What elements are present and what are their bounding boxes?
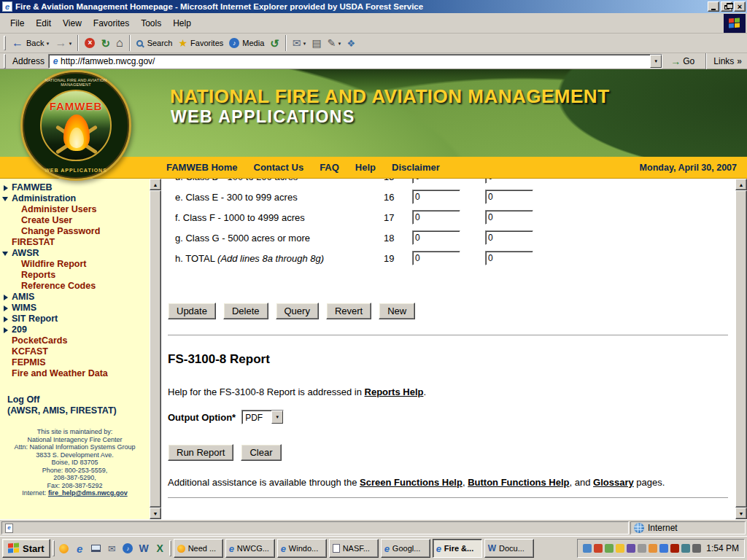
print-button[interactable]: ▤ <box>309 36 325 50</box>
tray-icon-3[interactable] <box>605 544 614 553</box>
tray-icon-2[interactable] <box>594 544 603 553</box>
tray-icon-6[interactable] <box>638 544 646 553</box>
main-scrollbar[interactable]: ▲ ▼ <box>735 179 747 519</box>
output-option-select[interactable]: PDF ▼ <box>241 410 284 424</box>
nav-famweb-home[interactable]: FAMWEB Home <box>166 162 238 173</box>
tray-icon-1[interactable] <box>583 544 592 553</box>
quicklaunch-ie-icon[interactable]: e <box>73 540 87 556</box>
select-dropdown-button[interactable]: ▼ <box>271 411 283 424</box>
taskbar-window-need[interactable]: Need ... <box>174 539 223 558</box>
quicklaunch-grip[interactable] <box>53 540 55 556</box>
sidebar-item-administration[interactable]: Administration <box>0 193 150 204</box>
reports-help-link[interactable]: Reports Help <box>365 386 424 397</box>
sidebar-item-sit-report[interactable]: SIT Report <box>0 314 150 324</box>
sidebar-item-change-password[interactable]: Change Password <box>0 226 150 237</box>
go-button[interactable]: → Go <box>666 55 699 68</box>
home-button[interactable]: ⌂ <box>113 36 126 50</box>
tray-icon-11[interactable] <box>692 544 701 553</box>
menu-view[interactable]: View <box>57 15 88 31</box>
menu-help[interactable]: Help <box>167 15 197 31</box>
sidebar-item-fepmis[interactable]: FEPMIS <box>0 357 150 368</box>
scrollbar-thumb[interactable] <box>150 190 161 508</box>
toolbar-grip[interactable] <box>4 36 6 50</box>
taskbar-window-fire-active[interactable]: eFire &... <box>433 539 482 558</box>
sidebar-item-firestat[interactable]: FIRESTAT <box>0 237 150 248</box>
glossary-link[interactable]: Glossary <box>593 477 634 488</box>
scroll-up-button[interactable]: ▲ <box>150 179 161 190</box>
fire-help-email-link[interactable]: fire_help@dms.nwcg.gov <box>48 489 128 497</box>
sidebar-item-fire-and-weather-data[interactable]: Fire and Weather Data <box>0 368 150 379</box>
tray-icon-8[interactable] <box>659 544 668 553</box>
sidebar-item-reports[interactable]: Reports <box>0 270 150 281</box>
taskband-grip[interactable] <box>169 540 171 556</box>
sidebar-item-pocketcards[interactable]: PocketCards <box>0 335 150 346</box>
restore-button[interactable] <box>721 1 732 12</box>
menu-edit[interactable]: Edit <box>30 15 57 31</box>
taskbar-window-google[interactable]: eGoogl... <box>381 539 430 558</box>
nav-disclaimer[interactable]: Disclaimer <box>392 162 440 173</box>
minimize-button[interactable] <box>708 1 719 12</box>
sidebar-item-209[interactable]: 209 <box>0 324 150 335</box>
scrollbar-thumb[interactable] <box>735 190 747 508</box>
value1-input[interactable] <box>412 230 460 245</box>
refresh-button[interactable]: ↻ <box>98 36 113 50</box>
value1-input[interactable] <box>412 179 460 184</box>
value1-input[interactable] <box>412 210 460 225</box>
scrollbar-track[interactable] <box>150 190 161 508</box>
menu-file[interactable]: File <box>4 15 30 31</box>
sidebar-item-kcfast[interactable]: KCFAST <box>0 346 150 357</box>
forward-history-dropdown[interactable]: ▼ <box>68 42 72 46</box>
button-functions-help-link[interactable]: Button Functions Help <box>468 477 569 488</box>
scrollbar-track[interactable] <box>735 190 747 508</box>
address-dropdown-button[interactable]: ▼ <box>650 55 662 68</box>
start-button[interactable]: Start <box>2 539 50 558</box>
delete-button[interactable]: Delete <box>223 303 268 319</box>
value1-input[interactable] <box>412 251 460 265</box>
sidebar-scrollbar[interactable]: ▲ ▼ <box>150 179 161 519</box>
revert-button[interactable]: Revert <box>326 303 371 319</box>
forward-button[interactable]: → <box>52 36 69 50</box>
nav-help[interactable]: Help <box>355 162 376 173</box>
tray-icon-9[interactable] <box>670 544 679 553</box>
tray-icon-10[interactable] <box>681 544 690 553</box>
discuss-button[interactable]: ❖ <box>344 37 358 50</box>
menu-favorites[interactable]: Favorites <box>88 15 135 31</box>
nav-faq[interactable]: FAQ <box>320 162 339 173</box>
history-button[interactable]: ↺ <box>267 36 282 50</box>
quicklaunch-mail-icon[interactable]: ✉ <box>105 540 119 556</box>
query-button[interactable]: Query <box>276 303 319 319</box>
log-off-link[interactable]: Log Off <box>7 394 150 405</box>
scroll-up-button[interactable]: ▲ <box>735 179 747 190</box>
menu-tools[interactable]: Tools <box>135 15 167 31</box>
close-button[interactable]: × <box>734 1 746 12</box>
tray-icon-5[interactable] <box>627 544 635 553</box>
quicklaunch-show-desktop-icon[interactable] <box>89 540 103 556</box>
value2-input[interactable] <box>485 251 533 265</box>
quicklaunch-excel-icon[interactable]: X <box>153 540 167 556</box>
update-button[interactable]: Update <box>168 303 216 319</box>
tray-icon-7[interactable] <box>649 544 657 553</box>
stop-button[interactable]: × <box>82 36 98 50</box>
addressbar-grip[interactable] <box>4 54 6 69</box>
taskbar-window-nasf[interactable]: NASF... <box>329 539 379 558</box>
screen-functions-help-link[interactable]: Screen Functions Help <box>360 477 462 488</box>
quicklaunch-media-icon[interactable]: ♪ <box>121 540 135 556</box>
media-button[interactable]: ♪ Media <box>226 36 267 50</box>
sidebar-item-administer-users[interactable]: Administer Users <box>0 204 150 215</box>
quicklaunch-word-icon[interactable]: W <box>137 540 151 556</box>
sidebar-item-wildfire-report[interactable]: Wildfire Report <box>0 259 150 270</box>
back-history-dropdown[interactable]: ▼ <box>45 42 50 46</box>
sidebar-item-famweb[interactable]: FAMWEB <box>0 182 150 193</box>
scroll-down-button[interactable]: ▼ <box>735 508 747 519</box>
back-button[interactable]: ← Back <box>9 36 47 50</box>
sidebar-item-reference-codes[interactable]: Reference Codes <box>0 281 150 292</box>
scroll-down-button[interactable]: ▼ <box>150 508 161 519</box>
value1-input[interactable] <box>412 190 460 204</box>
favorites-button[interactable]: ★ Favorites <box>175 36 226 50</box>
quicklaunch-app-icon[interactable] <box>57 540 71 556</box>
sidebar-item-amis[interactable]: AMIS <box>0 292 150 303</box>
new-button[interactable]: New <box>379 303 415 319</box>
search-button[interactable]: Search <box>133 37 176 49</box>
address-input[interactable] <box>61 55 650 67</box>
run-report-button[interactable]: Run Report <box>168 444 233 461</box>
